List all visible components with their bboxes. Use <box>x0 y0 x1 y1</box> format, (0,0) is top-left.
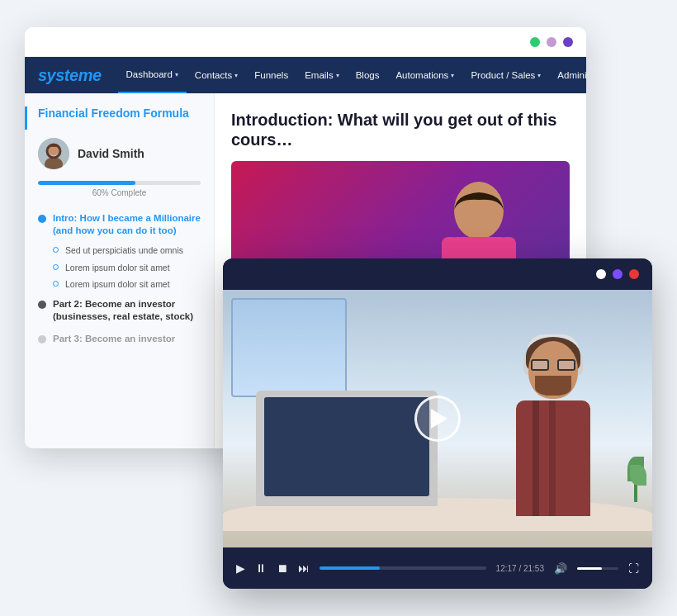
sub-dot-icon <box>53 281 59 287</box>
gray-dot-icon <box>38 335 46 344</box>
nav-blogs[interactable]: Blogs <box>348 57 388 93</box>
laptop-screen <box>264 397 429 496</box>
pause-button[interactable]: ⏸ <box>255 562 267 575</box>
volume-track[interactable] <box>577 567 618 570</box>
nav-items: Dashboard ▾ Contacts ▾ Funnels Emails ▾ … <box>118 57 586 93</box>
green-dot[interactable] <box>530 37 540 47</box>
sub-item-2-label: Lorem ipsum dolor sit amet <box>65 262 170 274</box>
back-browser-chrome <box>25 27 586 57</box>
brand-logo[interactable]: systeme <box>38 66 102 85</box>
background-laptop <box>256 391 438 506</box>
front-browser-window: ▶ ⏸ ⏹ ⏭ 12:17 / 21:53 🔊 ⛶ <box>223 258 652 589</box>
person-torso <box>516 400 590 516</box>
nav-emails[interactable]: Emails ▾ <box>296 57 348 93</box>
avatar <box>38 138 69 169</box>
sidebar-title: Financial Freedom Formula <box>25 107 214 130</box>
front-browser-chrome <box>223 258 652 290</box>
progress-section: 60% Complete <box>25 178 214 207</box>
video-progress-track[interactable] <box>320 566 486 570</box>
video-player[interactable] <box>223 290 652 547</box>
chevron-down-icon: ▾ <box>175 71 178 78</box>
person-glasses <box>531 359 575 372</box>
menu-item-part3[interactable]: Part 3: Become an investor <box>31 328 207 350</box>
chevron-down-icon: ▾ <box>336 72 339 79</box>
menu-item-part2[interactable]: Part 2: Become an investor (businesses, … <box>31 293 207 328</box>
person <box>487 341 619 523</box>
purple-dot[interactable] <box>563 37 573 47</box>
video-controls: ▶ ⏸ ⏹ ⏭ 12:17 / 21:53 🔊 ⛶ <box>223 547 652 589</box>
menu-item-intro[interactable]: Intro: How I became a Millionaire (and h… <box>31 207 207 242</box>
progress-bar-background <box>38 181 201 185</box>
stop-button[interactable]: ⏹ <box>277 562 288 575</box>
nav-dashboard[interactable]: Dashboard ▾ <box>118 57 187 93</box>
menu-sub-items: Sed ut perspiciatis unde omnis Lorem ips… <box>31 242 207 293</box>
volume-icon[interactable]: 🔊 <box>554 562 567 575</box>
inactive-dot-icon <box>38 301 46 309</box>
shirt-stripe <box>549 400 556 516</box>
volume-fill <box>577 567 602 570</box>
course-title: Introduction: What will you get out of t… <box>231 110 570 149</box>
user-name: David Smith <box>78 147 144 160</box>
progress-bar-fill <box>38 181 135 185</box>
sidebar: Financial Freedom Formula David Smith <box>25 93 215 448</box>
background-window <box>231 298 347 397</box>
progress-label: 60% Complete <box>38 188 201 197</box>
svg-point-4 <box>454 182 504 239</box>
nav-product-sales[interactable]: Product / Sales ▾ <box>462 57 549 93</box>
play-triangle-icon <box>431 409 447 429</box>
person-beard <box>535 376 571 396</box>
active-dot-icon <box>38 215 46 223</box>
video-progress-played <box>320 566 380 570</box>
chevron-down-icon: ▾ <box>451 72 454 79</box>
next-button[interactable]: ⏭ <box>298 562 310 575</box>
red-dot[interactable] <box>629 269 639 279</box>
course-menu: Intro: How I became a Millionaire (and h… <box>25 207 214 350</box>
sub-dot-icon <box>53 247 59 253</box>
sub-item-3-label: Lorem ipsum dolor sit amet <box>65 278 170 291</box>
nav-funnels[interactable]: Funnels <box>246 57 296 93</box>
background-plant <box>623 453 648 502</box>
navbar: systeme Dashboard ▾ Contacts ▾ Funnels E… <box>25 57 586 93</box>
plant-leaf <box>630 465 646 486</box>
menu-item-part3-label: Part 3: Become an investor <box>53 333 175 345</box>
sub-dot-icon <box>53 264 59 270</box>
light-purple-dot[interactable] <box>547 37 556 47</box>
white-dot[interactable] <box>596 269 606 279</box>
play-button[interactable] <box>414 396 461 442</box>
sub-item-2[interactable]: Lorem ipsum dolor sit amet <box>46 259 207 277</box>
fullscreen-button[interactable]: ⛶ <box>628 562 639 575</box>
menu-item-part2-label: Part 2: Become an investor (businesses, … <box>53 298 201 323</box>
nav-automations[interactable]: Automations ▾ <box>387 57 462 93</box>
scene: systeme Dashboard ▾ Contacts ▾ Funnels E… <box>25 27 652 589</box>
menu-item-intro-label: Intro: How I became a Millionaire (and h… <box>53 212 201 237</box>
sub-item-3[interactable]: Lorem ipsum dolor sit amet <box>46 276 207 293</box>
chevron-down-icon: ▾ <box>537 72 541 79</box>
shirt-stripe <box>533 400 539 516</box>
video-time-label: 12:17 / 21:53 <box>496 564 544 573</box>
chevron-down-icon: ▾ <box>234 72 238 79</box>
user-info: David Smith <box>25 130 214 178</box>
nav-administration[interactable]: Administration <box>549 57 586 93</box>
play-pause-button[interactable]: ▶ <box>236 562 245 575</box>
sub-item-1[interactable]: Sed ut perspiciatis unde omnis <box>46 242 207 259</box>
glasses-right <box>557 359 575 371</box>
sub-item-1-label: Sed ut perspiciatis unde omnis <box>65 244 183 257</box>
glasses-left <box>531 359 549 371</box>
person-head <box>528 341 578 399</box>
purple-dot[interactable] <box>613 269 623 279</box>
nav-contacts[interactable]: Contacts ▾ <box>187 57 246 93</box>
